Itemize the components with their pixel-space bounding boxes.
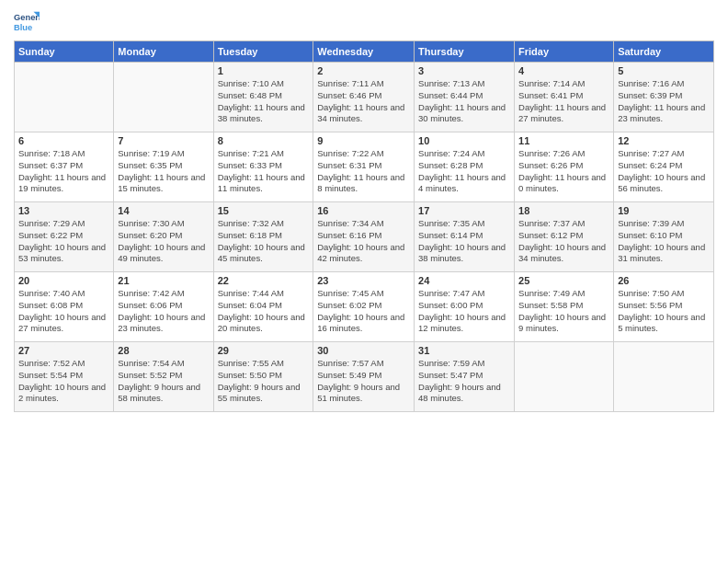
calendar-week-2: 6Sunrise: 7:18 AMSunset: 6:37 PMDaylight… bbox=[15, 132, 714, 202]
day-number: 12 bbox=[618, 135, 710, 146]
day-number: 28 bbox=[118, 345, 209, 356]
header: General Blue bbox=[14, 9, 714, 35]
calendar-cell: 17Sunrise: 7:35 AMSunset: 6:14 PMDayligh… bbox=[415, 202, 515, 272]
day-info: Sunrise: 7:29 AMSunset: 6:22 PMDaylight:… bbox=[18, 218, 109, 265]
calendar-cell bbox=[614, 342, 714, 412]
day-number: 7 bbox=[118, 135, 209, 146]
day-number: 11 bbox=[518, 135, 609, 146]
day-info: Sunrise: 7:49 AMSunset: 5:58 PMDaylight:… bbox=[518, 288, 609, 335]
calendar-cell: 19Sunrise: 7:39 AMSunset: 6:10 PMDayligh… bbox=[614, 202, 714, 272]
day-info: Sunrise: 7:35 AMSunset: 6:14 PMDaylight:… bbox=[418, 218, 510, 265]
calendar-week-1: 1Sunrise: 7:10 AMSunset: 6:48 PMDaylight… bbox=[15, 63, 714, 132]
weekday-header-friday: Friday bbox=[515, 41, 614, 63]
day-info: Sunrise: 7:21 AMSunset: 6:33 PMDaylight:… bbox=[218, 148, 310, 195]
day-info: Sunrise: 7:32 AMSunset: 6:18 PMDaylight:… bbox=[218, 218, 310, 265]
day-number: 13 bbox=[18, 205, 109, 216]
day-info: Sunrise: 7:47 AMSunset: 6:00 PMDaylight:… bbox=[418, 288, 510, 335]
day-info: Sunrise: 7:55 AMSunset: 5:50 PMDaylight:… bbox=[218, 358, 310, 405]
day-number: 22 bbox=[218, 275, 310, 286]
calendar-cell: 16Sunrise: 7:34 AMSunset: 6:16 PMDayligh… bbox=[313, 202, 415, 272]
day-number: 18 bbox=[518, 205, 609, 216]
calendar-cell bbox=[15, 63, 114, 132]
calendar-cell: 21Sunrise: 7:42 AMSunset: 6:06 PMDayligh… bbox=[114, 272, 213, 342]
calendar-week-4: 20Sunrise: 7:40 AMSunset: 6:08 PMDayligh… bbox=[15, 272, 714, 342]
calendar-cell: 6Sunrise: 7:18 AMSunset: 6:37 PMDaylight… bbox=[15, 132, 114, 202]
day-number: 10 bbox=[418, 135, 510, 146]
day-info: Sunrise: 7:54 AMSunset: 5:52 PMDaylight:… bbox=[118, 358, 209, 405]
logo: General Blue bbox=[14, 9, 40, 35]
calendar-cell: 15Sunrise: 7:32 AMSunset: 6:18 PMDayligh… bbox=[213, 202, 313, 272]
calendar-cell: 8Sunrise: 7:21 AMSunset: 6:33 PMDaylight… bbox=[213, 132, 313, 202]
day-info: Sunrise: 7:18 AMSunset: 6:37 PMDaylight:… bbox=[18, 148, 109, 195]
day-info: Sunrise: 7:26 AMSunset: 6:26 PMDaylight:… bbox=[518, 148, 609, 195]
calendar-cell: 31Sunrise: 7:59 AMSunset: 5:47 PMDayligh… bbox=[415, 342, 515, 412]
day-number: 19 bbox=[618, 205, 710, 216]
calendar-table: SundayMondayTuesdayWednesdayThursdayFrid… bbox=[14, 40, 714, 412]
weekday-header-tuesday: Tuesday bbox=[213, 41, 313, 63]
day-number: 5 bbox=[618, 65, 710, 76]
calendar-cell: 3Sunrise: 7:13 AMSunset: 6:44 PMDaylight… bbox=[415, 63, 515, 132]
day-number: 14 bbox=[118, 205, 209, 216]
calendar-cell: 7Sunrise: 7:19 AMSunset: 6:35 PMDaylight… bbox=[114, 132, 213, 202]
weekday-header-thursday: Thursday bbox=[415, 41, 515, 63]
day-number: 24 bbox=[418, 275, 510, 286]
calendar-cell: 1Sunrise: 7:10 AMSunset: 6:48 PMDaylight… bbox=[213, 63, 313, 132]
day-info: Sunrise: 7:39 AMSunset: 6:10 PMDaylight:… bbox=[618, 218, 710, 265]
calendar-cell: 22Sunrise: 7:44 AMSunset: 6:04 PMDayligh… bbox=[213, 272, 313, 342]
weekday-header-monday: Monday bbox=[114, 41, 213, 63]
day-number: 15 bbox=[218, 205, 310, 216]
weekday-header-wednesday: Wednesday bbox=[313, 41, 415, 63]
day-number: 27 bbox=[18, 345, 109, 356]
calendar-cell: 5Sunrise: 7:16 AMSunset: 6:39 PMDaylight… bbox=[614, 63, 714, 132]
day-number: 26 bbox=[618, 275, 710, 286]
calendar-cell: 13Sunrise: 7:29 AMSunset: 6:22 PMDayligh… bbox=[15, 202, 114, 272]
calendar-cell: 24Sunrise: 7:47 AMSunset: 6:00 PMDayligh… bbox=[415, 272, 515, 342]
calendar-cell: 18Sunrise: 7:37 AMSunset: 6:12 PMDayligh… bbox=[515, 202, 614, 272]
day-info: Sunrise: 7:57 AMSunset: 5:49 PMDaylight:… bbox=[317, 358, 410, 405]
day-info: Sunrise: 7:50 AMSunset: 5:56 PMDaylight:… bbox=[618, 288, 710, 335]
day-number: 21 bbox=[118, 275, 209, 286]
day-info: Sunrise: 7:42 AMSunset: 6:06 PMDaylight:… bbox=[118, 288, 209, 335]
calendar-cell: 10Sunrise: 7:24 AMSunset: 6:28 PMDayligh… bbox=[415, 132, 515, 202]
day-number: 9 bbox=[317, 135, 410, 146]
day-info: Sunrise: 7:45 AMSunset: 6:02 PMDaylight:… bbox=[317, 288, 410, 335]
weekday-header-row: SundayMondayTuesdayWednesdayThursdayFrid… bbox=[15, 41, 714, 63]
day-info: Sunrise: 7:11 AMSunset: 6:46 PMDaylight:… bbox=[317, 78, 410, 125]
day-number: 6 bbox=[18, 135, 109, 146]
calendar-cell: 4Sunrise: 7:14 AMSunset: 6:41 PMDaylight… bbox=[515, 63, 614, 132]
calendar-cell: 28Sunrise: 7:54 AMSunset: 5:52 PMDayligh… bbox=[114, 342, 213, 412]
day-number: 2 bbox=[317, 65, 410, 76]
logo-icon: General Blue bbox=[14, 9, 40, 35]
day-info: Sunrise: 7:27 AMSunset: 6:24 PMDaylight:… bbox=[618, 148, 710, 195]
calendar-cell: 30Sunrise: 7:57 AMSunset: 5:49 PMDayligh… bbox=[313, 342, 415, 412]
calendar-cell bbox=[515, 342, 614, 412]
day-number: 23 bbox=[317, 275, 410, 286]
day-info: Sunrise: 7:37 AMSunset: 6:12 PMDaylight:… bbox=[518, 218, 609, 265]
calendar-cell: 25Sunrise: 7:49 AMSunset: 5:58 PMDayligh… bbox=[515, 272, 614, 342]
svg-text:General: General bbox=[14, 13, 40, 22]
day-info: Sunrise: 7:14 AMSunset: 6:41 PMDaylight:… bbox=[518, 78, 609, 125]
day-info: Sunrise: 7:24 AMSunset: 6:28 PMDaylight:… bbox=[418, 148, 510, 195]
day-number: 8 bbox=[218, 135, 310, 146]
day-number: 1 bbox=[218, 65, 310, 76]
weekday-header-sunday: Sunday bbox=[15, 41, 114, 63]
calendar-week-5: 27Sunrise: 7:52 AMSunset: 5:54 PMDayligh… bbox=[15, 342, 714, 412]
calendar-cell: 29Sunrise: 7:55 AMSunset: 5:50 PMDayligh… bbox=[213, 342, 313, 412]
day-number: 16 bbox=[317, 205, 410, 216]
day-info: Sunrise: 7:19 AMSunset: 6:35 PMDaylight:… bbox=[118, 148, 209, 195]
calendar-cell: 23Sunrise: 7:45 AMSunset: 6:02 PMDayligh… bbox=[313, 272, 415, 342]
day-info: Sunrise: 7:22 AMSunset: 6:31 PMDaylight:… bbox=[317, 148, 410, 195]
calendar-cell: 9Sunrise: 7:22 AMSunset: 6:31 PMDaylight… bbox=[313, 132, 415, 202]
day-info: Sunrise: 7:59 AMSunset: 5:47 PMDaylight:… bbox=[418, 358, 510, 405]
calendar-cell: 11Sunrise: 7:26 AMSunset: 6:26 PMDayligh… bbox=[515, 132, 614, 202]
day-info: Sunrise: 7:30 AMSunset: 6:20 PMDaylight:… bbox=[118, 218, 209, 265]
calendar-cell: 2Sunrise: 7:11 AMSunset: 6:46 PMDaylight… bbox=[313, 63, 415, 132]
day-number: 4 bbox=[518, 65, 609, 76]
day-info: Sunrise: 7:34 AMSunset: 6:16 PMDaylight:… bbox=[317, 218, 410, 265]
calendar-cell: 26Sunrise: 7:50 AMSunset: 5:56 PMDayligh… bbox=[614, 272, 714, 342]
weekday-header-saturday: Saturday bbox=[614, 41, 714, 63]
day-number: 25 bbox=[518, 275, 609, 286]
day-info: Sunrise: 7:52 AMSunset: 5:54 PMDaylight:… bbox=[18, 358, 109, 405]
calendar-cell bbox=[114, 63, 213, 132]
day-info: Sunrise: 7:16 AMSunset: 6:39 PMDaylight:… bbox=[618, 78, 710, 125]
